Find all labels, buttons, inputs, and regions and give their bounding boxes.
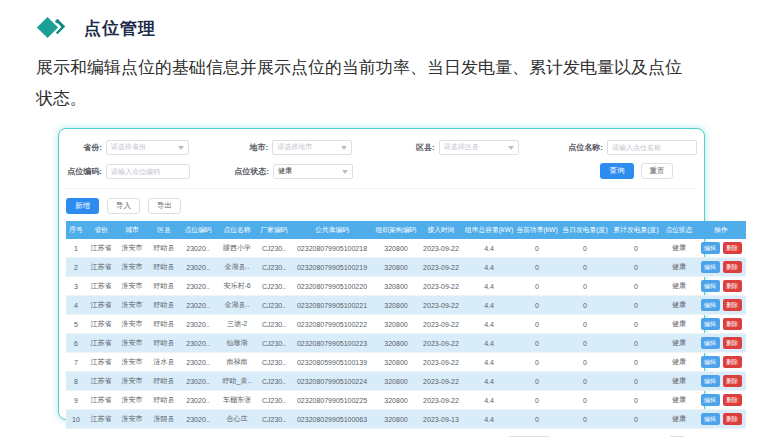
export-button[interactable]: 导出 — [148, 198, 181, 214]
province-select[interactable]: 请选择省份 — [106, 140, 190, 155]
province-cell: 江苏省 — [86, 296, 116, 315]
district-cell: 盱眙县 — [148, 391, 180, 410]
edit-button[interactable]: 编辑 — [701, 261, 720, 273]
district-cell: 盱眙县 — [148, 239, 180, 258]
point-code-cell: 23020.. — [180, 239, 216, 258]
daily-cell: 0 — [560, 334, 610, 353]
point-code-cell: 23020.. — [180, 391, 216, 410]
province-label: 省份: — [72, 142, 102, 153]
chevron-down-icon — [508, 146, 514, 153]
district-select[interactable]: 请选择区县 — [439, 140, 520, 155]
point-name-cell: 安乐村-6 — [216, 277, 258, 296]
edit-button[interactable]: 编辑 — [701, 375, 720, 387]
point-name-cell: 合心庄 — [216, 410, 258, 429]
actions-cell: 编辑删除 — [696, 315, 746, 334]
daily-cell: 0 — [560, 315, 610, 334]
table-row: 10江苏省淮安市淮阴县23020..合心庄CJ230..023208029905… — [66, 410, 746, 429]
table-row: 3江苏省淮安市盱眙县23020..安乐村-6CJ230..02320807990… — [66, 277, 746, 296]
org-code-cell: 320800 — [374, 353, 418, 372]
delete-button[interactable]: 删除 — [723, 413, 742, 425]
public-code-cell: 023208079905100224 — [290, 372, 374, 391]
capacity-cell: 4.4 — [464, 239, 514, 258]
district-cell: 盱眙县 — [148, 277, 180, 296]
delete-button[interactable]: 删除 — [723, 375, 742, 387]
actions-cell: 编辑删除 — [696, 258, 746, 277]
daily-cell: 0 — [560, 296, 610, 315]
daily-cell: 0 — [560, 239, 610, 258]
edit-button[interactable]: 编辑 — [701, 394, 720, 406]
access-time-cell: 2023-09-22 — [418, 353, 464, 372]
delete-button[interactable]: 删除 — [723, 337, 742, 349]
access-time-cell: 2023-09-22 — [418, 391, 464, 410]
edit-button[interactable]: 编辑 — [701, 318, 720, 330]
import-button[interactable]: 导入 — [107, 198, 140, 214]
province-cell: 江苏省 — [86, 258, 116, 277]
no-cell: 3 — [66, 277, 86, 296]
capacity-cell: 4.4 — [464, 410, 514, 429]
total-cell: 0 — [610, 334, 662, 353]
edit-button[interactable]: 编辑 — [701, 337, 720, 349]
district-cell: 淮阴县 — [148, 410, 180, 429]
vendor-code-cell: CJ230.. — [258, 239, 290, 258]
chevron-down-icon — [341, 146, 347, 153]
delete-button[interactable]: 删除 — [723, 242, 742, 254]
city-cell: 淮安市 — [116, 372, 148, 391]
column-header: 累计发电量(度) — [610, 221, 662, 239]
power-cell: 0 — [514, 334, 560, 353]
vendor-code-cell: CJ230.. — [258, 258, 290, 277]
city-select[interactable]: 请选择地市 — [272, 140, 352, 155]
add-button[interactable]: 新增 — [66, 198, 99, 214]
delete-button[interactable]: 删除 — [723, 394, 742, 406]
power-cell: 0 — [514, 410, 560, 429]
delete-button[interactable]: 删除 — [723, 299, 742, 311]
no-cell: 8 — [66, 372, 86, 391]
vendor-code-cell: CJ230.. — [258, 372, 290, 391]
table-toolbar: 新增 导入 导出 — [66, 198, 697, 214]
table-row: 4江苏省淮安市盱眙县23020..金湖县..CJ230..02320807990… — [66, 296, 746, 315]
status-cell: 健康 — [662, 239, 696, 258]
point-name-cell: 金湖县.. — [216, 296, 258, 315]
page-title: 点位管理 — [84, 17, 156, 40]
status-cell: 健康 — [662, 353, 696, 372]
delete-button[interactable]: 删除 — [723, 280, 742, 292]
city-cell: 淮安市 — [116, 391, 148, 410]
org-code-cell: 320800 — [374, 391, 418, 410]
point-name-cell: 仙墩湖 — [216, 334, 258, 353]
delete-button[interactable]: 删除 — [723, 318, 742, 330]
point-name-label: 点位名称: — [559, 142, 603, 153]
province-cell: 江苏省 — [86, 410, 116, 429]
capacity-cell: 4.4 — [464, 296, 514, 315]
public-code-cell: 023208059905100139 — [290, 353, 374, 372]
delete-button[interactable]: 删除 — [723, 356, 742, 368]
reset-button[interactable]: 重置 — [641, 163, 673, 179]
total-cell: 0 — [610, 296, 662, 315]
delete-button[interactable]: 删除 — [723, 261, 742, 273]
point-name-cell: 盱眙_黄.. — [216, 372, 258, 391]
edit-button[interactable]: 编辑 — [701, 280, 720, 292]
edit-button[interactable]: 编辑 — [701, 356, 720, 368]
daily-cell: 0 — [560, 277, 610, 296]
point-status-select[interactable]: 健康 — [273, 164, 353, 179]
power-cell: 0 — [514, 277, 560, 296]
province-placeholder: 请选择省份 — [111, 142, 146, 152]
point-code-input[interactable] — [106, 164, 190, 179]
access-time-cell: 2023-09-22 — [418, 372, 464, 391]
district-cell: 盱眙县 — [148, 315, 180, 334]
search-button[interactable]: 查询 — [600, 163, 634, 179]
public-code-cell: 023208079905100225 — [290, 391, 374, 410]
table-row: 2江苏省淮安市盱眙县23020..金湖县..CJ230..02320807990… — [66, 258, 746, 277]
point-name-input[interactable] — [607, 140, 697, 155]
public-code-cell: 023208079905100220 — [290, 277, 374, 296]
point-status-label: 点位状态: — [233, 166, 269, 177]
point-code-cell: 23020.. — [180, 296, 216, 315]
total-cell: 0 — [610, 258, 662, 277]
edit-button[interactable]: 编辑 — [701, 413, 720, 425]
province-cell: 江苏省 — [86, 391, 116, 410]
edit-button[interactable]: 编辑 — [701, 242, 720, 254]
chevron-down-icon — [342, 170, 348, 177]
table-row: 5江苏省淮安市盱眙县23020..三塘-2CJ230..023208079905… — [66, 315, 746, 334]
edit-button[interactable]: 编辑 — [701, 299, 720, 311]
access-time-cell: 2023-09-22 — [418, 258, 464, 277]
column-header: 点位状态 — [662, 221, 696, 239]
power-cell: 0 — [514, 296, 560, 315]
